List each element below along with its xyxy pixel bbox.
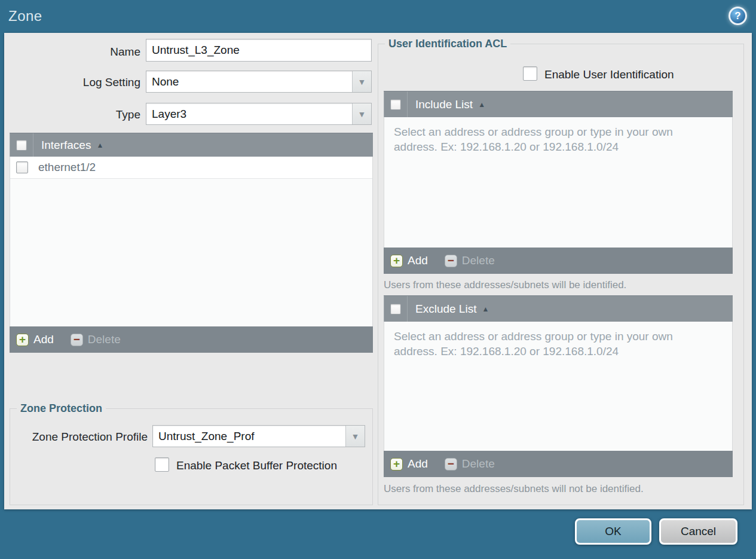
zone-protection-legend: Zone Protection [17,402,106,415]
exclude-list-header[interactable]: Exclude List ▲ [384,295,733,322]
log-setting-input[interactable] [146,71,352,92]
zone-protection-group: Zone Protection [10,402,373,505]
include-list-column-title: Include List [415,98,473,111]
add-icon: + [390,458,403,471]
add-icon: + [16,334,29,346]
zone-dialog-window: Zone ? Name Log Setting ▼ Type ▼ Interfa… [0,0,756,559]
include-list-panel: Include List ▲ Select an address or addr… [384,91,733,274]
exclude-list-panel: Exclude List ▲ Select an address or addr… [384,295,733,477]
type-label: Type [4,108,140,121]
zone-protection-profile-chevron-down-icon[interactable]: ▼ [345,426,365,447]
interface-name: ethernet1/2 [38,161,96,174]
include-delete-button[interactable]: − Delete [445,254,495,267]
ok-button[interactable]: OK [575,518,651,545]
type-chevron-down-icon[interactable]: ▼ [352,103,371,124]
include-list-caption: Users from these addresses/subnets will … [384,279,626,291]
add-icon: + [390,255,403,267]
exclude-list-body: Select an address or address group or ty… [384,322,733,451]
dialog-body: Name Log Setting ▼ Type ▼ Interfaces ▲ [4,33,752,509]
title-bar: Zone ? [0,0,756,33]
interfaces-footer: + Add − Delete [10,326,373,353]
exclude-add-button[interactable]: + Add [390,457,428,471]
exclude-delete-button[interactable]: − Delete [445,457,495,471]
exclude-list-caption: Users from these addresses/subnets will … [384,483,644,495]
interfaces-delete-button[interactable]: − Delete [71,333,121,346]
user-identification-acl-legend: User Identification ACL [385,38,510,50]
dialog-title: Zone [8,8,42,25]
interface-row-checkbox[interactable] [16,161,28,173]
exclude-list-column-title: Exclude List [415,303,476,316]
interfaces-select-all-checkbox[interactable] [16,140,27,151]
log-setting-label: Log Setting [4,76,140,89]
log-setting-chevron-down-icon[interactable]: ▼ [352,71,371,92]
zone-protection-profile-input[interactable] [153,426,345,447]
interfaces-column-title: Interfaces [41,139,91,152]
exclude-list-placeholder: Select an address or address group or ty… [384,322,707,366]
include-list-body: Select an address or address group or ty… [384,117,733,248]
delete-icon: − [71,334,83,346]
interfaces-add-button[interactable]: + Add [16,333,54,346]
interface-row[interactable]: ethernet1/2 [10,157,372,179]
exclude-select-all-checkbox[interactable] [390,304,401,314]
interfaces-list-body: ethernet1/2 [10,157,373,326]
cancel-button[interactable]: Cancel [659,518,737,545]
enable-packet-buffer-protection-label: Enable Packet Buffer Protection [176,459,337,472]
type-input[interactable] [146,103,352,124]
exclude-list-footer: + Add − Delete [384,451,733,477]
interfaces-header[interactable]: Interfaces ▲ [10,133,373,157]
include-list-header[interactable]: Include List ▲ [384,91,733,117]
include-list-footer: + Add − Delete [384,248,733,274]
enable-user-identification-label: Enable User Identification [544,68,674,81]
delete-icon: − [445,255,457,267]
include-select-all-checkbox[interactable] [390,99,401,110]
enable-packet-buffer-protection-checkbox[interactable] [155,457,169,472]
delete-icon: − [445,458,457,471]
sort-asc-icon: ▲ [96,141,103,149]
zone-protection-profile-combo: ▼ [152,425,365,447]
log-setting-combo: ▼ [146,71,372,93]
interfaces-panel: Interfaces ▲ ethernet1/2 + Add − Delete [10,133,373,353]
include-list-placeholder: Select an address or address group or ty… [384,117,707,162]
zone-protection-profile-label: Zone Protection Profile [4,430,148,444]
sort-asc-icon: ▲ [482,305,489,313]
help-icon[interactable]: ? [729,7,747,25]
name-label: Name [4,45,140,59]
name-input[interactable] [146,39,372,62]
type-combo: ▼ [146,103,372,125]
sort-asc-icon: ▲ [478,100,485,109]
enable-user-identification-checkbox[interactable] [523,66,537,81]
include-add-button[interactable]: + Add [390,254,428,267]
